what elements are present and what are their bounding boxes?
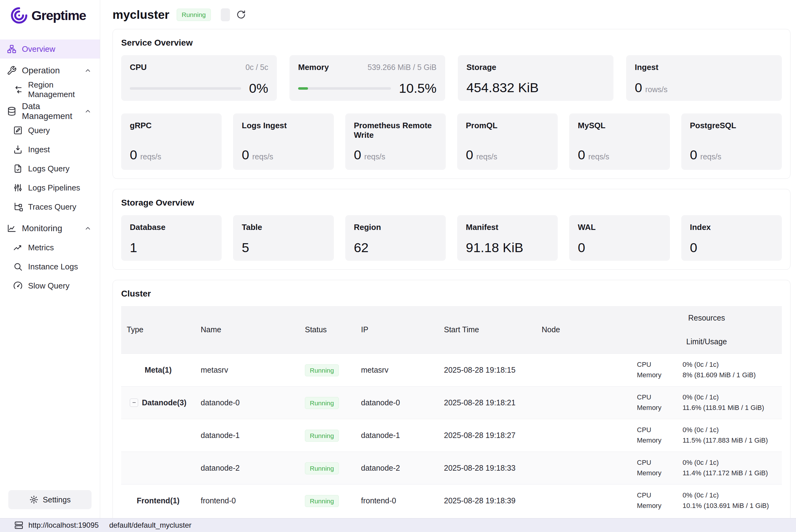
row-start-time: 2025-08-28 19:18:39 <box>438 484 536 517</box>
chevron-up-icon <box>84 66 92 75</box>
rate-label: Logs Ingest <box>242 121 325 130</box>
col-header-ip: IP <box>356 306 438 354</box>
sidebar-group-operation[interactable]: Operation <box>0 61 100 80</box>
sidebar-item-instance-logs[interactable]: Instance Logs <box>0 257 100 276</box>
sidebar-item-ingest[interactable]: Ingest <box>0 140 100 159</box>
col-header-node: Node <box>536 306 631 354</box>
row-type <box>121 419 195 452</box>
sidebar-item-traces-query[interactable]: Traces Query <box>0 197 100 216</box>
table-tile: Table 5 <box>233 215 334 261</box>
row-node <box>536 452 631 484</box>
refresh-icon <box>236 10 246 20</box>
sidebar-item-metrics[interactable]: Metrics <box>0 238 100 257</box>
resource-values: 0% (0c / 1c)8% (81.609 MiB / 1 GiB) <box>683 359 776 380</box>
status-badge: Running <box>305 364 339 376</box>
table-row-datanode-2: datanode-2 Running datanode-2 2025-08-28… <box>121 452 782 484</box>
row-node <box>536 354 631 386</box>
sidebar-item-label: Ingest <box>28 145 50 154</box>
ingest-icon <box>13 145 23 154</box>
wal-tile: WAL 0 <box>569 215 669 261</box>
sidebar-item-logs-pipelines[interactable]: Logs Pipelines <box>0 178 100 197</box>
tile-label: Database <box>130 223 166 232</box>
rate-value: 0 <box>242 147 249 163</box>
row-start-time: 2025-08-28 19:18:15 <box>438 354 536 386</box>
sidebar-item-region-management[interactable]: Region Management <box>0 80 100 99</box>
row-ip: datanode-1 <box>356 419 438 452</box>
sidebar-group-monitoring[interactable]: Monitoring <box>0 219 100 238</box>
sidebar-nav: Overview Operation Region Management Dat… <box>0 39 100 295</box>
rate-value: 0 <box>130 147 137 163</box>
service-overview-card: Service Overview CPU 0c / 5c 0% <box>113 29 791 179</box>
manifest-tile: Manifest 91.18 KiB <box>457 215 558 261</box>
overview-icon <box>7 44 17 54</box>
prometheus-remote-write-tile: Prometheus Remote Write 0reqs/s <box>345 113 446 170</box>
sidebar-item-slow-query[interactable]: Slow Query <box>0 276 100 295</box>
section-title: Storage Overview <box>121 198 782 208</box>
sidebar-group-data-management[interactable]: Data Management <box>0 102 100 121</box>
service-metrics-row-1: CPU 0c / 5c 0% Memory 539.266 MiB / 5 Gi… <box>121 55 782 101</box>
greptime-logo-icon <box>11 7 28 24</box>
current-database-path: default/default_mycluster <box>109 521 191 530</box>
resource-labels: CPUMemory <box>637 392 671 413</box>
col-header-name: Name <box>195 306 299 354</box>
collapse-datanode-button[interactable] <box>130 399 138 407</box>
service-metrics-row-2: gRPC 0reqs/s Logs Ingest 0reqs/s Prometh… <box>121 113 782 170</box>
rate-value: 0 <box>690 147 697 163</box>
resource-values: 0% (0c / 1c)11.4% (117.172 MiB / 1 GiB) <box>683 457 776 478</box>
sidebar-item-label: Slow Query <box>28 281 69 291</box>
storage-tile: Storage 454.832 KiB <box>458 55 613 101</box>
tile-value: 1 <box>130 240 137 255</box>
row-type: Frontend(1) <box>121 484 195 517</box>
sidebar-item-label: Overview <box>22 44 55 54</box>
wrench-icon <box>7 66 17 76</box>
row-node <box>536 419 631 452</box>
table-row-frontend: Frontend(1) frontend-0 Running frontend-… <box>121 484 782 517</box>
rate-unit: reqs/s <box>252 152 273 161</box>
sidebar-item-logs-query[interactable]: Logs Query <box>0 159 100 178</box>
sidebar-group-label: Data Management <box>22 101 79 121</box>
rate-label: PostgreSQL <box>690 121 773 130</box>
memory-tile: Memory 539.266 MiB / 5 GiB 10.5% <box>289 55 445 101</box>
rate-value: 0 <box>578 147 585 163</box>
sidebar-item-query[interactable]: Query <box>0 121 100 140</box>
sidebar-item-overview[interactable]: Overview <box>0 39 100 59</box>
grpc-tile: gRPC 0reqs/s <box>121 113 222 170</box>
refresh-button[interactable] <box>234 8 248 22</box>
row-type <box>121 452 195 484</box>
settings-button[interactable]: Settings <box>8 490 92 509</box>
resource-labels: CPUMemory <box>637 359 671 380</box>
content-area: Service Overview CPU 0c / 5c 0% <box>100 29 796 526</box>
sidebar-group-label: Monitoring <box>22 224 62 233</box>
rate-unit: reqs/s <box>700 152 721 161</box>
row-name: datanode-1 <box>195 419 299 452</box>
chevron-up-icon <box>84 224 92 232</box>
row-type: Meta(1) <box>121 354 195 386</box>
tile-label: Table <box>242 223 262 232</box>
monitoring-icon <box>7 224 17 233</box>
resource-values: 0% (0c / 1c)11.5% (117.883 MiB / 1 GiB) <box>683 425 776 446</box>
ingest-label: Ingest <box>635 62 659 72</box>
ingest-tile: Ingest 0 rows/s <box>626 55 782 101</box>
resource-labels: CPUMemory <box>637 457 671 478</box>
storage-label: Storage <box>467 62 496 72</box>
rate-label: MySQL <box>578 121 661 130</box>
index-tile: Index 0 <box>681 215 782 261</box>
database-tile: Database 1 <box>121 215 222 261</box>
server-icon <box>14 520 23 530</box>
col-header-resources: Resources <box>631 306 782 330</box>
chevron-up-icon <box>84 107 92 115</box>
postgresql-tile: PostgreSQL 0reqs/s <box>681 113 782 170</box>
metrics-icon <box>13 243 23 252</box>
cpu-percent: 0% <box>249 81 268 96</box>
memory-progress-bar <box>298 87 391 90</box>
cluster-status-badge: Running <box>177 8 211 21</box>
gear-icon <box>29 495 39 504</box>
memory-label: Memory <box>298 62 329 72</box>
tile-value: 0 <box>690 240 697 255</box>
cluster-card: Cluster Type Name Status IP Start Time <box>113 280 791 526</box>
col-header-limit-usage: Limit/Usage <box>631 330 782 354</box>
sidebar: Greptime Overview Operation Region Manag… <box>0 0 100 532</box>
secondary-action-button[interactable] <box>221 8 230 21</box>
sidebar-item-label: Query <box>28 126 50 135</box>
ingest-unit: rows/s <box>645 85 667 94</box>
